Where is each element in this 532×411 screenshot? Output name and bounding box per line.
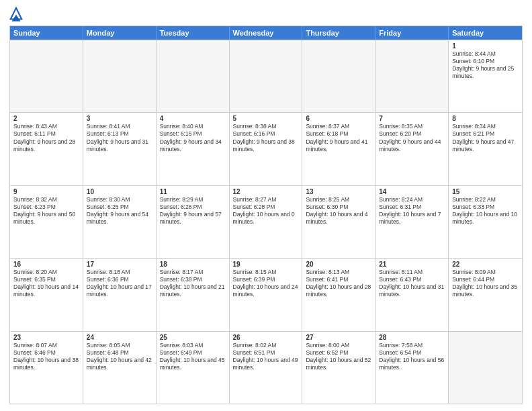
day-cell-22: 22Sunrise: 8:09 AM Sunset: 6:44 PM Dayli… (449, 259, 522, 330)
day-info: Sunrise: 8:07 AM Sunset: 6:46 PM Dayligh… (13, 342, 79, 371)
day-cell-5: 5Sunrise: 8:38 AM Sunset: 6:16 PM Daylig… (230, 113, 303, 185)
day-info: Sunrise: 8:41 AM Sunset: 6:13 PM Dayligh… (87, 123, 152, 152)
day-number: 24 (87, 334, 152, 341)
day-info: Sunrise: 8:02 AM Sunset: 6:51 PM Dayligh… (233, 342, 299, 371)
day-cell-28: 28Sunrise: 7:58 AM Sunset: 6:54 PM Dayli… (375, 332, 449, 404)
header-day-tuesday: Tuesday (157, 26, 230, 40)
day-number: 8 (452, 115, 519, 122)
day-cell-25: 25Sunrise: 8:03 AM Sunset: 6:49 PM Dayli… (157, 332, 230, 404)
day-info: Sunrise: 8:17 AM Sunset: 6:38 PM Dayligh… (160, 269, 226, 298)
day-info: Sunrise: 8:34 AM Sunset: 6:21 PM Dayligh… (452, 123, 519, 152)
day-cell-27: 27Sunrise: 8:00 AM Sunset: 6:52 PM Dayli… (302, 332, 375, 404)
day-cell-15: 15Sunrise: 8:22 AM Sunset: 6:33 PM Dayli… (449, 186, 522, 258)
day-info: Sunrise: 8:24 AM Sunset: 6:31 PM Dayligh… (379, 196, 445, 226)
header-day-sunday: Sunday (10, 26, 83, 40)
day-info: Sunrise: 8:05 AM Sunset: 6:48 PM Dayligh… (87, 342, 152, 371)
day-cell-6: 6Sunrise: 8:37 AM Sunset: 6:18 PM Daylig… (302, 113, 375, 185)
empty-cell (83, 40, 157, 112)
day-info: Sunrise: 8:32 AM Sunset: 6:23 PM Dayligh… (13, 196, 79, 226)
logo-icon (9, 7, 23, 21)
day-cell-7: 7Sunrise: 8:35 AM Sunset: 6:20 PM Daylig… (375, 113, 449, 185)
calendar-row-0: 1Sunrise: 8:44 AM Sunset: 6:10 PM Daylig… (10, 40, 522, 112)
day-info: Sunrise: 8:03 AM Sunset: 6:49 PM Dayligh… (160, 342, 226, 371)
calendar-row-4: 23Sunrise: 8:07 AM Sunset: 6:46 PM Dayli… (10, 331, 522, 404)
day-cell-17: 17Sunrise: 8:18 AM Sunset: 6:36 PM Dayli… (83, 259, 157, 330)
empty-cell (302, 40, 375, 112)
day-number: 19 (233, 261, 299, 268)
day-number: 4 (160, 115, 226, 122)
day-info: Sunrise: 8:29 AM Sunset: 6:26 PM Dayligh… (160, 196, 226, 226)
day-info: Sunrise: 8:25 AM Sunset: 6:30 PM Dayligh… (306, 196, 371, 226)
day-info: Sunrise: 8:22 AM Sunset: 6:33 PM Dayligh… (452, 196, 519, 226)
day-number: 13 (306, 188, 371, 195)
header (9, 7, 523, 21)
day-number: 28 (379, 334, 445, 341)
header-day-saturday: Saturday (449, 26, 522, 40)
calendar-body: 1Sunrise: 8:44 AM Sunset: 6:10 PM Daylig… (10, 40, 522, 404)
day-cell-2: 2Sunrise: 8:43 AM Sunset: 6:11 PM Daylig… (10, 113, 83, 185)
day-info: Sunrise: 8:37 AM Sunset: 6:18 PM Dayligh… (306, 123, 371, 152)
empty-cell (10, 40, 83, 112)
day-number: 7 (379, 115, 445, 122)
day-info: Sunrise: 8:35 AM Sunset: 6:20 PM Dayligh… (379, 123, 445, 152)
header-day-thursday: Thursday (302, 26, 375, 40)
day-cell-1: 1Sunrise: 8:44 AM Sunset: 6:10 PM Daylig… (449, 40, 522, 112)
day-cell-19: 19Sunrise: 8:15 AM Sunset: 6:39 PM Dayli… (230, 259, 303, 330)
header-day-friday: Friday (375, 26, 449, 40)
day-info: Sunrise: 8:20 AM Sunset: 6:35 PM Dayligh… (13, 269, 79, 298)
day-cell-14: 14Sunrise: 8:24 AM Sunset: 6:31 PM Dayli… (375, 186, 449, 258)
day-cell-9: 9Sunrise: 8:32 AM Sunset: 6:23 PM Daylig… (10, 186, 83, 258)
day-info: Sunrise: 8:38 AM Sunset: 6:16 PM Dayligh… (233, 123, 299, 152)
day-number: 15 (452, 188, 519, 195)
day-cell-21: 21Sunrise: 8:11 AM Sunset: 6:43 PM Dayli… (375, 259, 449, 330)
day-cell-23: 23Sunrise: 8:07 AM Sunset: 6:46 PM Dayli… (10, 332, 83, 404)
day-number: 6 (306, 115, 371, 122)
day-number: 9 (13, 188, 79, 195)
day-info: Sunrise: 8:18 AM Sunset: 6:36 PM Dayligh… (87, 269, 152, 298)
day-cell-16: 16Sunrise: 8:20 AM Sunset: 6:35 PM Dayli… (10, 259, 83, 330)
day-number: 23 (13, 334, 79, 341)
day-cell-4: 4Sunrise: 8:40 AM Sunset: 6:15 PM Daylig… (157, 113, 230, 185)
day-number: 20 (306, 261, 371, 268)
day-info: Sunrise: 8:43 AM Sunset: 6:11 PM Dayligh… (13, 123, 79, 152)
day-number: 1 (452, 42, 519, 50)
day-cell-18: 18Sunrise: 8:17 AM Sunset: 6:38 PM Dayli… (157, 259, 230, 330)
empty-cell (157, 40, 230, 112)
day-info: Sunrise: 8:09 AM Sunset: 6:44 PM Dayligh… (452, 269, 519, 298)
day-info: Sunrise: 7:58 AM Sunset: 6:54 PM Dayligh… (379, 342, 445, 371)
day-info: Sunrise: 8:15 AM Sunset: 6:39 PM Dayligh… (233, 269, 299, 298)
day-number: 18 (160, 261, 226, 268)
calendar-row-1: 2Sunrise: 8:43 AM Sunset: 6:11 PM Daylig… (10, 112, 522, 185)
day-cell-12: 12Sunrise: 8:27 AM Sunset: 6:28 PM Dayli… (230, 186, 303, 258)
day-number: 2 (13, 115, 79, 122)
day-number: 17 (87, 261, 152, 268)
day-cell-8: 8Sunrise: 8:34 AM Sunset: 6:21 PM Daylig… (449, 113, 522, 185)
day-number: 16 (13, 261, 79, 268)
day-number: 5 (233, 115, 299, 122)
logo (9, 7, 26, 21)
empty-cell (375, 40, 449, 112)
calendar-row-3: 16Sunrise: 8:20 AM Sunset: 6:35 PM Dayli… (10, 258, 522, 330)
day-number: 26 (233, 334, 299, 341)
day-number: 22 (452, 261, 519, 268)
day-info: Sunrise: 8:30 AM Sunset: 6:25 PM Dayligh… (87, 196, 152, 226)
empty-cell (230, 40, 303, 112)
day-cell-26: 26Sunrise: 8:02 AM Sunset: 6:51 PM Dayli… (230, 332, 303, 404)
day-number: 11 (160, 188, 226, 195)
day-info: Sunrise: 8:11 AM Sunset: 6:43 PM Dayligh… (379, 269, 445, 298)
day-number: 27 (306, 334, 371, 341)
day-cell-13: 13Sunrise: 8:25 AM Sunset: 6:30 PM Dayli… (302, 186, 375, 258)
day-number: 21 (379, 261, 445, 268)
page: SundayMondayTuesdayWednesdayThursdayFrid… (0, 0, 532, 411)
day-number: 25 (160, 334, 226, 341)
calendar-header: SundayMondayTuesdayWednesdayThursdayFrid… (10, 26, 522, 40)
day-cell-20: 20Sunrise: 8:13 AM Sunset: 6:41 PM Dayli… (302, 259, 375, 330)
day-number: 3 (87, 115, 152, 122)
day-info: Sunrise: 8:13 AM Sunset: 6:41 PM Dayligh… (306, 269, 371, 298)
day-cell-24: 24Sunrise: 8:05 AM Sunset: 6:48 PM Dayli… (83, 332, 157, 404)
day-number: 14 (379, 188, 445, 195)
day-info: Sunrise: 8:40 AM Sunset: 6:15 PM Dayligh… (160, 123, 226, 152)
header-day-monday: Monday (83, 26, 157, 40)
day-info: Sunrise: 8:00 AM Sunset: 6:52 PM Dayligh… (306, 342, 371, 371)
day-number: 10 (87, 188, 152, 195)
